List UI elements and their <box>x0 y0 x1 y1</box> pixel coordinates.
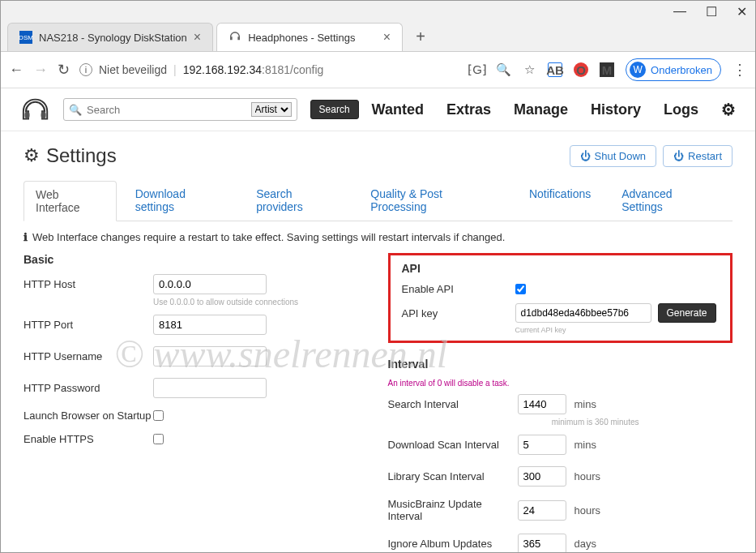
tab-notifications[interactable]: Notifications <box>517 180 603 221</box>
launch-browser-label: Launch Browser on Startup <box>23 409 153 422</box>
svg-point-1 <box>41 111 46 118</box>
security-label: Niet beveiligd <box>99 63 167 76</box>
dsm-favicon: DSM <box>19 31 32 44</box>
ignore-album-label: Ignore Album Updates <box>388 538 518 550</box>
minimize-button[interactable]: — <box>673 4 686 19</box>
unit-label: hours <box>574 504 601 517</box>
svg-point-0 <box>24 111 29 118</box>
interval-note: An interval of 0 will disable a task. <box>388 379 733 388</box>
restart-notice: ℹ Web Interface changes require a restar… <box>23 231 733 243</box>
search-filter-select[interactable]: Artist <box>251 102 292 117</box>
enable-https-label: Enable HTTPS <box>23 433 153 445</box>
search-interval-label: Search Interval <box>388 398 518 410</box>
browser-menu-button[interactable]: ⋮ <box>733 61 747 79</box>
http-host-label: HTTP Host <box>23 278 153 290</box>
bookmark-icon[interactable]: ☆ <box>522 62 536 77</box>
gear-icon: ⚙ <box>23 145 40 166</box>
search-interval-input[interactable] <box>518 394 566 414</box>
nav-wanted[interactable]: Wanted <box>372 101 424 118</box>
interval-title: Interval <box>388 358 733 371</box>
new-tab-button[interactable]: + <box>406 23 435 51</box>
unit-label: hours <box>574 470 601 482</box>
address-bar[interactable]: i Niet beveiligd | 192.168.192.34:8181/c… <box>79 63 460 76</box>
search-button[interactable]: Search <box>310 100 359 119</box>
power-icon: ⏻ <box>580 150 591 162</box>
launch-browser-checkbox[interactable] <box>153 410 164 421</box>
nav-history[interactable]: History <box>591 101 641 118</box>
tab-advanced[interactable]: Advanced Settings <box>609 180 726 221</box>
browser-tab[interactable]: DSM NAS218 - Synology DiskStation × <box>7 23 213 51</box>
enable-https-checkbox[interactable] <box>153 434 164 444</box>
profile-label: Onderbroken <box>651 64 712 76</box>
info-icon: ℹ <box>23 231 28 243</box>
maximize-button[interactable]: ☐ <box>706 4 717 19</box>
tab-title: NAS218 - Synology DiskStation <box>39 32 187 44</box>
enable-api-checkbox[interactable] <box>515 284 526 294</box>
zoom-icon[interactable]: 🔍 <box>496 62 510 77</box>
http-host-input[interactable] <box>153 274 267 294</box>
translate-icon[interactable]: ⁅G⁆ <box>470 62 485 77</box>
extension-icon[interactable]: O <box>574 62 588 77</box>
reload-button[interactable]: ↻ <box>58 61 70 79</box>
tab-web-interface[interactable]: Web Interface <box>23 181 117 221</box>
extension-icon[interactable]: M <box>600 62 614 77</box>
shutdown-button[interactable]: ⏻Shut Down <box>570 145 657 167</box>
http-port-label: HTTP Port <box>23 319 153 331</box>
http-password-input[interactable] <box>153 378 267 398</box>
tab-search-providers[interactable]: Search providers <box>244 180 352 221</box>
browser-tab[interactable]: Headphones - Settings × <box>216 23 403 51</box>
forward-button[interactable]: → <box>33 62 48 79</box>
restart-button[interactable]: ⏻Restart <box>663 145 733 167</box>
extension-icon[interactable]: AB <box>548 62 562 77</box>
generate-button[interactable]: Generate <box>658 303 716 323</box>
back-button[interactable]: ← <box>9 62 23 79</box>
unit-label: mins <box>574 439 596 451</box>
power-icon: ⏻ <box>673 150 684 162</box>
url-host: 192.168.192.34 <box>183 63 262 76</box>
avatar: W <box>630 62 646 78</box>
api-highlight-box: API Enable API API key Generate Current … <box>388 253 733 343</box>
library-scan-input[interactable] <box>518 466 566 487</box>
search-input[interactable] <box>87 104 246 116</box>
download-scan-input[interactable] <box>518 435 566 455</box>
api-key-input[interactable] <box>515 303 651 323</box>
tab-title: Headphones - Settings <box>248 32 355 44</box>
basic-title: Basic <box>23 253 369 266</box>
nav-extras[interactable]: Extras <box>446 101 491 118</box>
api-title: API <box>402 262 720 275</box>
musicbrainz-label: MusicBrainz Update Interval <box>388 498 518 522</box>
search-icon: 🔍 <box>69 104 82 116</box>
api-key-label: API key <box>402 307 515 319</box>
unit-label: days <box>574 538 596 550</box>
http-username-input[interactable] <box>153 346 267 367</box>
nav-logs[interactable]: Logs <box>664 101 698 118</box>
tab-download-settings[interactable]: Download settings <box>123 180 237 221</box>
search-box[interactable]: 🔍 Artist <box>63 98 297 121</box>
ignore-album-input[interactable] <box>518 534 566 552</box>
search-interval-hint: minimum is 360 minutes <box>388 418 639 427</box>
enable-api-label: Enable API <box>402 283 515 295</box>
library-scan-label: Library Scan Interval <box>388 470 518 482</box>
api-key-hint: Current API key <box>515 326 720 334</box>
http-host-hint: Use 0.0.0.0 to allow outside connections <box>153 298 369 307</box>
nav-manage[interactable]: Manage <box>514 101 568 118</box>
page-title: ⚙ Settings <box>23 144 117 167</box>
musicbrainz-input[interactable] <box>518 500 566 521</box>
http-username-label: HTTP Username <box>23 350 153 362</box>
site-info-icon[interactable]: i <box>79 63 92 76</box>
tab-quality[interactable]: Quality & Post Processing <box>358 180 510 221</box>
download-scan-label: Download Scan Interval <box>388 439 518 451</box>
http-port-input[interactable] <box>153 315 267 335</box>
app-logo[interactable] <box>20 95 50 124</box>
close-tab-icon[interactable]: × <box>383 30 391 45</box>
unit-label: mins <box>574 398 596 410</box>
headphones-favicon <box>229 31 241 44</box>
close-window-button[interactable]: ✕ <box>737 4 747 19</box>
close-tab-icon[interactable]: × <box>194 30 201 45</box>
profile-chip[interactable]: W Onderbroken <box>626 58 721 81</box>
http-password-label: HTTP Password <box>23 382 153 394</box>
gear-icon[interactable]: ⚙ <box>721 100 736 119</box>
